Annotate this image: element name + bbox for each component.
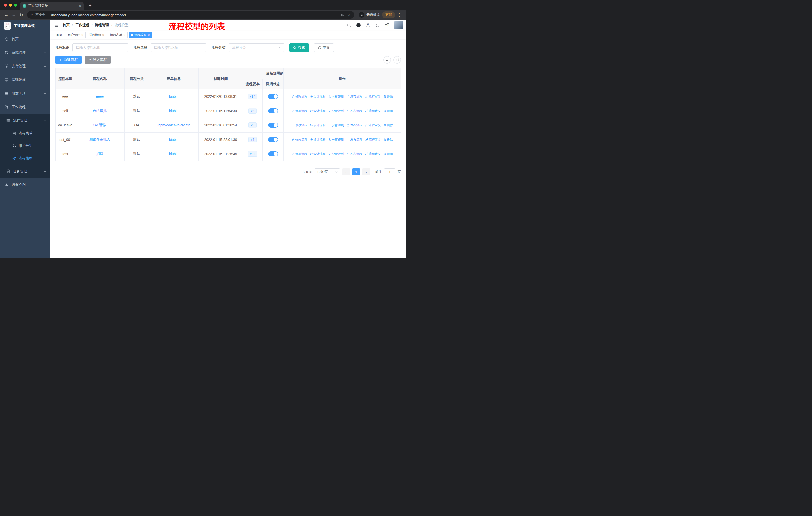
tab-close-icon[interactable]: × (123, 33, 125, 37)
minimize-window-button[interactable] (9, 3, 12, 6)
process-key-input[interactable] (72, 43, 128, 52)
action-publish-process-link[interactable]: 发布流程 (347, 109, 362, 113)
browser-tab[interactable]: 芋道管理系统 × (20, 1, 84, 10)
form-info-link[interactable]: biubiu (169, 94, 178, 99)
bookmark-star-icon[interactable]: ☆ (347, 12, 351, 18)
action-assign-rule-link[interactable]: 分配规则 (328, 109, 344, 113)
tab-close-icon[interactable]: × (81, 33, 83, 37)
active-toggle[interactable] (268, 152, 278, 157)
search-icon[interactable] (345, 20, 353, 31)
reset-button[interactable]: 重置 (314, 43, 334, 52)
action-delete-link[interactable]: 删除 (383, 94, 393, 99)
active-toggle[interactable] (268, 94, 278, 99)
action-process-definition-link[interactable]: 流程定义 (365, 94, 381, 99)
action-process-definition-link[interactable]: 流程定义 (365, 123, 381, 128)
action-process-definition-link[interactable]: 流程定义 (365, 152, 381, 156)
form-info-link[interactable]: biubiu (169, 109, 178, 113)
action-publish-process-link[interactable]: 发布流程 (347, 152, 362, 156)
action-design-process-link[interactable]: 设计流程 (310, 94, 326, 99)
sidebar-item-home[interactable]: 首页 (0, 32, 50, 46)
view-tab-1[interactable]: 租户管理× (66, 32, 86, 38)
refresh-button[interactable] (394, 56, 401, 64)
action-edit-process-link[interactable]: 修改流程 (291, 138, 307, 142)
fullscreen-icon[interactable] (373, 20, 382, 31)
form-info-link[interactable]: biubiu (169, 152, 178, 156)
sidebar-item-process-model[interactable]: 流程模型 (0, 152, 50, 165)
import-process-button[interactable]: 导入流程 (85, 56, 111, 64)
sidebar-item-infra[interactable]: 基础设施 (0, 73, 50, 87)
view-tab-4[interactable]: 流程模型× (129, 32, 152, 38)
sidebar-item-dev-tools[interactable]: 研发工具 (0, 87, 50, 100)
search-button[interactable]: 搜索 (289, 43, 309, 52)
tab-close-icon[interactable]: × (148, 33, 150, 37)
next-page-button[interactable]: › (362, 168, 370, 175)
page-number-button[interactable]: 1 (352, 168, 360, 175)
sidebar-item-leave-query[interactable]: 请假查询 (0, 178, 50, 191)
action-delete-link[interactable]: 删除 (383, 109, 393, 113)
process-name-input[interactable] (150, 43, 206, 52)
action-edit-process-link[interactable]: 修改流程 (291, 123, 307, 128)
model-name-link[interactable]: OA 请假 (93, 123, 106, 127)
breadcrumb-process-mgmt[interactable]: 流程管理 (95, 23, 109, 27)
action-design-process-link[interactable]: 设计流程 (310, 109, 326, 113)
action-delete-link[interactable]: 删除 (383, 123, 393, 128)
browser-menu-icon[interactable]: ⋮ (395, 12, 404, 18)
sidebar-item-process-mgmt[interactable]: 流程管理 (0, 114, 50, 127)
github-icon[interactable] (354, 20, 363, 31)
sidebar-item-user-group[interactable]: 用户分组 (0, 140, 50, 152)
action-assign-rule-link[interactable]: 分配规则 (328, 94, 344, 99)
sidebar-item-process-form[interactable]: 流程表单 (0, 127, 50, 140)
active-toggle[interactable] (268, 108, 278, 113)
user-avatar[interactable] (395, 21, 403, 29)
action-publish-process-link[interactable]: 发布流程 (347, 94, 362, 99)
action-design-process-link[interactable]: 设计流程 (310, 123, 326, 128)
form-info-link[interactable]: biubiu (169, 138, 178, 142)
reload-icon[interactable]: ↻ (18, 11, 25, 19)
password-key-icon[interactable] (341, 13, 344, 17)
sidebar-item-task-mgmt[interactable]: 任务管理 (0, 165, 50, 178)
new-tab-button[interactable]: + (87, 2, 93, 8)
close-window-button[interactable] (4, 3, 7, 6)
action-delete-link[interactable]: 删除 (383, 152, 393, 156)
zoom-window-button[interactable] (14, 3, 17, 6)
action-publish-process-link[interactable]: 发布流程 (347, 123, 362, 128)
tab-close-icon[interactable]: × (79, 4, 81, 8)
action-process-definition-link[interactable]: 流程定义 (365, 109, 381, 113)
forward-icon[interactable]: → (10, 11, 18, 19)
view-tab-0[interactable]: 首页 (54, 32, 64, 38)
action-assign-rule-link[interactable]: 分配规则 (328, 123, 344, 128)
breadcrumb-home[interactable]: 首页 (63, 23, 70, 27)
sidebar-item-system[interactable]: 系统管理 (0, 46, 50, 59)
prev-page-button[interactable]: ‹ (342, 168, 350, 175)
goto-page-input[interactable] (384, 168, 395, 175)
help-icon[interactable]: ? (364, 20, 372, 31)
action-design-process-link[interactable]: 设计流程 (310, 138, 326, 142)
font-size-icon[interactable]: TT (383, 20, 392, 31)
active-toggle[interactable] (268, 137, 278, 142)
update-button[interactable]: 更新 (382, 11, 395, 19)
breadcrumb-workflow[interactable]: 工作流程 (75, 23, 89, 27)
category-select[interactable]: 流程分类 (229, 43, 284, 52)
view-tab-3[interactable]: 流程表单× (108, 32, 127, 38)
model-name-link[interactable]: 自己审批 (93, 109, 107, 113)
sidebar-item-pay[interactable]: 支付管理 (0, 59, 50, 73)
active-toggle[interactable] (268, 123, 278, 128)
action-process-definition-link[interactable]: 流程定义 (365, 138, 381, 142)
action-delete-link[interactable]: 删除 (383, 138, 393, 142)
address-bar[interactable]: ⚠ 不安全 dashboard.yudao.iocoder.cn/bpm/man… (27, 11, 354, 19)
model-name-link[interactable]: 测试多审批人 (89, 137, 111, 141)
view-tab-2[interactable]: 我的流程× (87, 32, 107, 38)
tab-close-icon[interactable]: × (103, 33, 105, 37)
action-publish-process-link[interactable]: 发布流程 (347, 138, 362, 142)
model-name-link[interactable]: eeee (96, 94, 104, 99)
action-design-process-link[interactable]: 设计流程 (310, 152, 326, 156)
back-icon[interactable]: ← (2, 11, 10, 19)
action-edit-process-link[interactable]: 修改流程 (291, 109, 307, 113)
toggle-search-button[interactable] (383, 56, 391, 64)
form-info-link[interactable]: /bpm/oa/leave/create (157, 123, 190, 127)
sidebar-item-workflow[interactable]: 工作流程 (0, 100, 50, 114)
action-assign-rule-link[interactable]: 分配规则 (328, 152, 344, 156)
action-edit-process-link[interactable]: 修改流程 (291, 94, 307, 99)
model-name-link[interactable]: 滔博 (96, 152, 104, 156)
hamburger-icon[interactable] (50, 23, 63, 28)
